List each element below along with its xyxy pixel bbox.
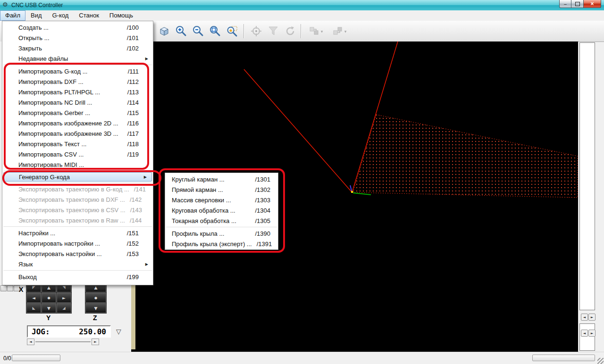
menubar-item-help[interactable]: Помощь (104, 10, 138, 21)
jog-speed-dropdown-button[interactable]: ▽ (116, 328, 121, 335)
tool-offset-b-button: ▼ (329, 23, 350, 39)
menu-item-export-gcode: Экспортировать траекторию в G-код .../14… (2, 184, 153, 194)
menubar-item-machine[interactable]: Станок (74, 10, 104, 21)
menu-item-import-nc-drill[interactable]: Импортировать NC Drill .../114 (2, 97, 153, 108)
jog-slider-track[interactable] (35, 341, 91, 342)
jog-y-minus-button[interactable]: ▼ (42, 303, 56, 313)
maximize-button[interactable] (571, 0, 584, 8)
right-lower-panel[interactable] (579, 323, 595, 351)
down-arrow-icon: ▼ (47, 306, 50, 311)
menubar-item-gcode[interactable]: G-код (47, 10, 74, 21)
zoom-out-icon (192, 25, 204, 37)
right-list-panel[interactable] (579, 42, 595, 310)
submenu-item-rect-pocket[interactable]: Прямой карман .../1302 (165, 184, 278, 195)
submenu-item-wing-profile[interactable]: Профиль крыла .../1390 (165, 228, 278, 239)
status-bar: 0/0 (0, 352, 604, 364)
jog-label: JOG: (32, 327, 50, 336)
submenu-item-circular-milling[interactable]: Круговая обработка .../1304 (165, 205, 278, 215)
menu-item-language[interactable]: Язык▶ (2, 259, 153, 269)
window-title: CNC USB Controller (11, 2, 63, 8)
resize-grip[interactable] (597, 358, 604, 364)
menu-item-import-gcode[interactable]: Импортировать G-код .../111 (2, 66, 153, 76)
close-button[interactable]: × (584, 0, 601, 8)
zoom-out-button[interactable] (190, 23, 206, 39)
menu-item-gcode-generator[interactable]: Генератор G-кода▶ (3, 172, 152, 182)
submenu-item-lathe[interactable]: Токарная обработка .../1305 (165, 215, 278, 226)
zoom-extents-button[interactable] (207, 23, 223, 39)
menu-item-import-image-3d[interactable]: Импортировать изображение 3D .../117 (2, 128, 153, 139)
center-dot-icon: ● (47, 296, 50, 300)
menu-item-import-plt-hpgl[interactable]: Импортировать PLT/HPGL .../113 (2, 87, 153, 97)
menu-separator (3, 171, 152, 171)
dropdown-arrow-icon: ▼ (321, 30, 323, 33)
toolbar-separator (301, 24, 301, 38)
diag-down-right-icon: ◢ (62, 306, 65, 310)
zoom-in-icon (175, 25, 187, 37)
submenu-item-wing-profile-expert[interactable]: Профиль крыла (эксперт) .../1391 (165, 239, 278, 249)
menubar-item-view[interactable]: Вид (25, 10, 47, 21)
submenu-arrow-icon: ▶ (145, 57, 148, 61)
jog-z-stop-button[interactable]: ● (85, 293, 106, 303)
right-arrow-icon: ► (591, 315, 593, 319)
window-controls: – × (559, 0, 601, 8)
axis-y-label: Y (46, 314, 50, 322)
menubar-item-file[interactable]: Файл (0, 10, 25, 21)
jog-slider-right-button[interactable]: ► (92, 339, 99, 345)
zoom-window-button[interactable] (224, 23, 240, 39)
jog-diag-down-right-button[interactable]: ◢ (57, 303, 71, 313)
jog-slider-left-button[interactable]: ◄ (27, 339, 34, 345)
zoom-in-button[interactable] (173, 23, 189, 39)
menu-item-export-settings[interactable]: Экспортировать настройки .../153 (2, 248, 153, 259)
right-arrow-icon: ► (94, 340, 96, 344)
menu-separator (3, 226, 152, 227)
menu-item-import-text[interactable]: Импортировать Текст .../118 (2, 139, 153, 149)
menu-item-import-midi[interactable]: Импортировать MIDI ... (2, 159, 153, 170)
menu-item-import-csv[interactable]: Импортировать CSV .../119 (2, 149, 153, 159)
jog-x-minus-button[interactable]: ◄ (26, 293, 41, 303)
menu-item-import-settings[interactable]: Импортировать настройки .../152 (2, 238, 153, 248)
tool-offset-b-icon (332, 25, 344, 37)
menu-item-close[interactable]: Закрыть/102 (2, 43, 153, 53)
jog-z-minus-button[interactable]: ▼ (85, 303, 106, 313)
right-lower-scroll-left-button[interactable]: ◄ (581, 330, 588, 337)
origin-marker (351, 191, 353, 193)
menu-separator (166, 227, 277, 227)
minimize-button[interactable]: – (559, 0, 571, 8)
right-arrow-icon: ► (591, 331, 593, 335)
simulation-icon (250, 25, 262, 37)
menu-bar: Файл Вид G-код Станок Помощь (0, 10, 604, 21)
zoom-extents-icon (209, 25, 221, 37)
down-arrow-icon: ▼ (94, 306, 98, 311)
right-lower-scroll-right-button[interactable]: ► (588, 330, 596, 337)
jog-x-plus-button[interactable]: ► (57, 293, 71, 303)
right-scroll-right-button[interactable]: ► (588, 314, 596, 321)
menu-item-import-gerber[interactable]: Импортировать Gerber .../115 (2, 108, 153, 118)
panel-fragment (0, 285, 7, 291)
menu-item-import-image-2d[interactable]: Импортировать изображение 2D .../116 (2, 118, 153, 128)
cube-icon (158, 25, 170, 37)
menu-item-new[interactable]: Создать .../100 (2, 22, 153, 33)
line-counter: 0/0 (3, 355, 11, 362)
dropdown-arrow-icon: ▼ (344, 30, 347, 33)
jog-diag-down-left-button[interactable]: ◣ (26, 303, 41, 313)
progress-bar-left (12, 355, 60, 361)
jog-speed-display[interactable]: JOG: 250.00 (27, 325, 111, 338)
axis-z-label: Z (93, 314, 97, 322)
progress-bar-right (532, 355, 595, 361)
menu-item-exit[interactable]: Выход/199 (2, 272, 153, 282)
submenu-item-drill-array[interactable]: Массив сверловки .../1303 (165, 195, 278, 205)
submenu-item-round-pocket[interactable]: Круглый карман .../1301 (165, 174, 278, 184)
simulation-button (248, 23, 264, 39)
up-arrow-icon: ▲ (94, 285, 98, 290)
menu-item-recent-files[interactable]: Недавние файлы▶ (2, 53, 153, 64)
menu-item-import-dxf[interactable]: Импортировать DXF .../112 (2, 76, 153, 87)
filter-icon (267, 25, 279, 37)
close-icon: × (590, 0, 594, 7)
menu-item-open[interactable]: Открыть .../101 (2, 33, 153, 43)
right-scroll-left-button[interactable]: ◄ (581, 314, 588, 321)
view-3d-cube-button[interactable] (156, 23, 172, 39)
jog-stop-button[interactable]: ● (42, 293, 56, 303)
submenu-arrow-icon: ▶ (145, 262, 148, 266)
jog-speed-value: 250.00 (79, 327, 106, 336)
menu-item-settings[interactable]: Настройки .../151 (2, 228, 153, 238)
